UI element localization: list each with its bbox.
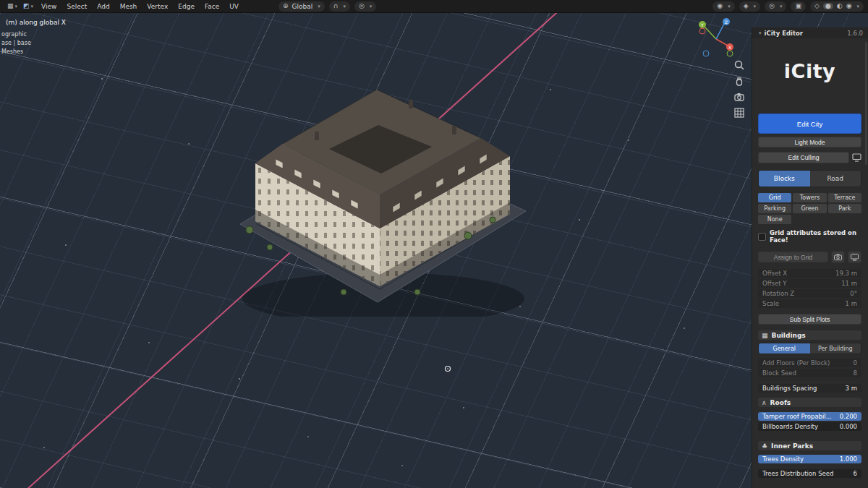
offset-y-field[interactable]: Offset Y 11 m — [758, 279, 861, 288]
field-label: Trees Density — [762, 455, 804, 463]
proportional-editing-icon: ◎ — [359, 3, 365, 9]
chevron-down-icon: ▾ — [343, 4, 346, 9]
grid-type-terrace[interactable]: Terrace — [828, 193, 861, 202]
scale-field[interactable]: Scale 1 m — [758, 299, 861, 308]
section-title: Inner Parks — [771, 442, 813, 450]
zoom-icon[interactable] — [733, 59, 745, 71]
gizmo-z-neg[interactable] — [703, 51, 709, 56]
chevron-down-icon: ▾ — [780, 4, 783, 9]
roof-icon: ∧ — [762, 399, 767, 406]
grid-type-green[interactable]: Green — [793, 204, 826, 213]
grid-type-park[interactable]: Park — [828, 204, 861, 213]
chevron-down-icon: ▾ — [728, 4, 731, 9]
edit-city-button[interactable]: Edit City — [758, 114, 861, 134]
field-value: 0.200 — [840, 413, 857, 420]
building-model[interactable] — [228, 56, 539, 317]
proportional-editing-control[interactable]: ◎ ▾ — [354, 1, 376, 12]
icity-logo: iCity — [758, 59, 861, 85]
sub-split-plots-button[interactable]: Sub Split Plots — [758, 314, 861, 325]
grid-attributes-label: Grid attributes stored on Face! — [770, 229, 861, 244]
gizmo-y-label: Y — [700, 22, 704, 27]
chevron-down-icon: ▾ — [318, 4, 320, 9]
collection-object-text: ase | base — [1, 39, 31, 48]
editor-type-button[interactable]: ▦ ▾ — [4, 1, 20, 12]
snapping-control[interactable]: ∩ ▾ — [329, 1, 350, 12]
camera-icon[interactable] — [831, 251, 845, 263]
menu-select[interactable]: Select — [61, 1, 92, 12]
gizmo-y-neg[interactable] — [727, 51, 733, 56]
trees-distribution-seed-field[interactable]: Trees Distribution Seed 6 — [758, 469, 861, 478]
menu-face[interactable]: Face — [200, 1, 224, 12]
ortho-grid-icon[interactable] — [733, 107, 745, 119]
field-value: 0° — [850, 290, 857, 297]
tab-general[interactable]: General — [759, 343, 810, 354]
pan-hand-icon[interactable] — [733, 75, 745, 87]
billboards-density-slider[interactable]: Billboards Density 0.000 — [758, 422, 861, 431]
roofs-section-header[interactable]: ∧ Roofs — [758, 398, 861, 407]
camera-view-icon[interactable] — [733, 91, 745, 103]
inner-parks-section-header[interactable]: ♣ Inner Parks — [758, 441, 861, 450]
field-label: Trees Distribution Seed — [762, 470, 833, 477]
menu-add[interactable]: Add — [92, 1, 114, 12]
assign-to-grid-button[interactable]: Assign to Grid — [758, 252, 828, 262]
light-mode-button[interactable]: Light Mode — [758, 137, 861, 147]
field-label: Block Seed — [762, 369, 796, 377]
tab-road[interactable]: Road — [810, 171, 861, 187]
grid-type-parking[interactable]: Parking — [758, 204, 791, 213]
mouse-cursor — [443, 364, 453, 374]
grid-type-grid[interactable]: Grid — [758, 193, 791, 202]
panel-scrollbar[interactable] — [865, 42, 867, 165]
tamper-roof-probability-slider[interactable]: Tamper roof Propabil... 0.200 — [758, 412, 861, 421]
tab-per-building[interactable]: Per Building — [810, 343, 861, 354]
chevron-down-icon: ▾ — [856, 4, 859, 9]
overlays-dropdown[interactable]: ◎ ▾ — [765, 1, 786, 12]
icity-editor-panel: ▾ iCity Editor 1.6.0 iCity Edit City Lig… — [752, 27, 868, 488]
grid-type-towers[interactable]: Towers — [793, 193, 826, 202]
menu-view[interactable]: View — [36, 1, 61, 12]
menu-uv[interactable]: UV — [224, 1, 244, 12]
header-bar: ▦ ▾ ◩ ▾ View Select Add Mesh Vertex Edge… — [0, 0, 868, 13]
grid-type-selector: Grid Towers Terrace Parking Green Park N… — [758, 193, 861, 224]
buildings-section-header[interactable]: ▦ Buildings — [758, 330, 861, 340]
add-floors-field[interactable]: Add Floors (Per Block) 0 — [758, 359, 861, 367]
object-visibility-dropdown[interactable]: ◉ ▾ — [712, 1, 734, 12]
field-label: Offset Y — [762, 280, 786, 287]
field-label: Buildings Spacing — [762, 385, 817, 392]
rotation-z-field[interactable]: Rotation Z 0° — [758, 289, 861, 298]
buildings-icon: ▦ — [762, 332, 768, 339]
navigation-gizmo[interactable]: X Y Z — [694, 16, 738, 59]
display-icon[interactable] — [852, 153, 861, 162]
field-value: 6 — [854, 470, 857, 477]
menu-edge[interactable]: Edge — [173, 1, 200, 12]
xray-toggle[interactable]: ▣ — [791, 1, 806, 12]
buildings-spacing-field[interactable]: Buildings Spacing 3 m — [758, 384, 861, 393]
grid-type-none[interactable]: None — [758, 215, 791, 224]
shading-solid-icon[interactable]: ● — [823, 3, 833, 9]
menu-vertex[interactable]: Vertex — [142, 1, 173, 12]
monitor-icon[interactable] — [848, 251, 861, 263]
shading-rendered-icon[interactable]: ◉ — [846, 3, 852, 9]
mode-selector[interactable]: ◩ ▾ — [20, 1, 36, 12]
menu-mesh[interactable]: Mesh — [115, 1, 142, 12]
gizmo-x-neg[interactable] — [699, 28, 705, 34]
transform-orientation-dropdown[interactable]: ⊕ Global ▾ — [278, 1, 325, 12]
viewport-tools — [733, 59, 745, 119]
edit-mode-icon: ◩ — [23, 3, 30, 9]
collapse-chevron-icon[interactable]: ▾ — [759, 30, 762, 36]
gizmos-dropdown[interactable]: ◈ ▾ — [739, 1, 760, 12]
tab-blocks[interactable]: Blocks — [759, 171, 810, 187]
transform-status-text: (m) along global X — [6, 19, 66, 26]
grid-dots — [0, 13, 1, 14]
section-title: Buildings — [772, 332, 806, 339]
offset-x-field[interactable]: Offset X 19.3 m — [758, 269, 861, 278]
trees-density-slider[interactable]: Trees Density 1.000 — [758, 455, 861, 463]
edit-culling-button[interactable]: Edit Culling — [758, 152, 849, 163]
buildings-tabs: General Per Building — [758, 343, 861, 354]
shading-material-icon[interactable]: ◐ — [837, 3, 843, 9]
shading-mode-group: ◇ ● ◐ ◉ ▾ — [810, 1, 864, 12]
shading-wireframe-icon[interactable]: ◇ — [814, 3, 820, 9]
section-title: Roofs — [770, 399, 791, 406]
block-seed-field[interactable]: Block Seed 8 — [758, 369, 861, 377]
panel-header[interactable]: ▾ iCity Editor 1.6.0 — [752, 27, 868, 38]
grid-attributes-checkbox[interactable] — [758, 233, 766, 241]
